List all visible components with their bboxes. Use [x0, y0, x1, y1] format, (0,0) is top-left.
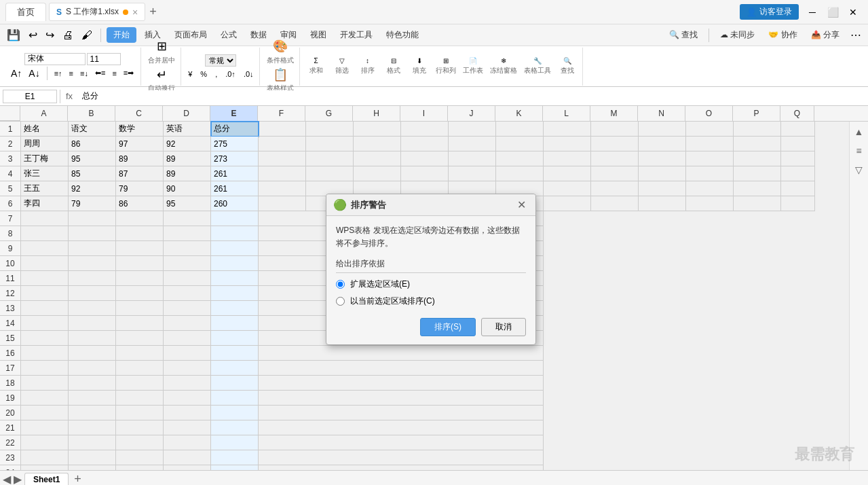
- dialog-sort-btn[interactable]: 排序(S): [420, 318, 476, 336]
- radio-current[interactable]: 以当前选定区域排序(C): [336, 295, 526, 307]
- dialog-overlay: 🟢 排序警告 ✕ WPS表格 发现在选定区域旁边还有数据，这些数据将不参与排序。…: [0, 0, 868, 485]
- dialog-close-btn[interactable]: ✕: [514, 198, 529, 211]
- dialog-title: 🟢 排序警告: [333, 198, 386, 211]
- radio-current-input[interactable]: [336, 297, 345, 306]
- dialog-section-label: 给出排序依据: [336, 258, 526, 273]
- dialog-title-icon: 🟢: [333, 198, 347, 211]
- dialog-radio-group: 扩展选定区域(E) 以当前选定区域排序(C): [336, 279, 526, 307]
- radio-expand-input[interactable]: [336, 280, 345, 289]
- dialog-message: WPS表格 发现在选定区域旁边还有数据，这些数据将不参与排序。: [336, 224, 526, 250]
- radio-expand[interactable]: 扩展选定区域(E): [336, 279, 526, 290]
- dialog-cancel-btn[interactable]: 取消: [481, 318, 526, 336]
- dialog-buttons: 排序(S) 取消: [336, 318, 526, 336]
- dialog-body: WPS表格 发现在选定区域旁边还有数据，这些数据将不参与排序。 给出排序依据 扩…: [326, 216, 535, 344]
- sort-warning-dialog: 🟢 排序警告 ✕ WPS表格 发现在选定区域旁边还有数据，这些数据将不参与排序。…: [326, 194, 536, 345]
- dialog-titlebar: 🟢 排序警告 ✕: [326, 194, 535, 216]
